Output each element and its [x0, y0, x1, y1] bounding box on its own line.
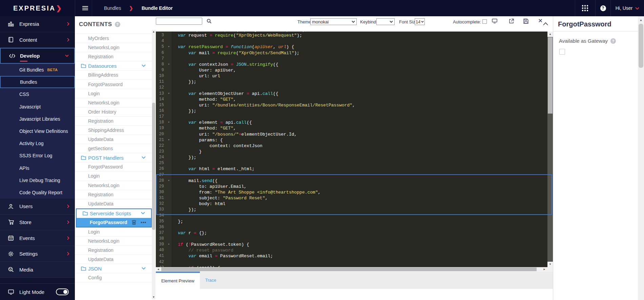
tree-folder-datasources[interactable]: Datasources [75, 61, 152, 71]
scroll-up-icon[interactable]: ▲ [638, 18, 644, 22]
sidebar-item-content[interactable]: Content [0, 32, 75, 48]
gateway-help-icon[interactable]: ? [610, 38, 616, 44]
sidebar-item-users[interactable]: Users [0, 199, 75, 215]
tree-item-forgotpassword[interactable]: ForgotPassword [75, 80, 152, 89]
tree-folder-json[interactable]: JSON [75, 264, 152, 273]
sidebar-item-javascript[interactable]: Javascript [0, 101, 75, 113]
sidebar-item-bundles[interactable]: Bundles [0, 76, 75, 88]
editor-vertical-scrollbar[interactable]: ▲ ▼ . [547, 32, 553, 272]
scroll-up-icon[interactable]: ▲ [152, 30, 155, 34]
tree-item-login[interactable]: Login [75, 89, 152, 98]
breadcrumb-bundles[interactable]: Bundles [104, 0, 121, 16]
tree-folder-post-handlers[interactable]: POST Handlers [75, 153, 152, 162]
contents-scrollbar[interactable]: ▲ ▼ [152, 30, 155, 299]
sidebar-item-events[interactable]: Events [0, 230, 75, 246]
scroll-down-icon[interactable]: ▼ [547, 262, 553, 267]
sidebar-item-apis[interactable]: APIs [0, 162, 75, 174]
font-size-select[interactable]: 14 [415, 18, 425, 25]
code-line: 32 body: html [156, 201, 547, 207]
collapse-panel-icon[interactable] [543, 22, 548, 25]
more-options-icon[interactable]: ••• [141, 220, 146, 225]
expresia-logo[interactable]: EXPRESIA❯ [0, 0, 75, 16]
tree-item-networkslogin[interactable]: NetworksLogin [75, 98, 152, 107]
tree-item-networkslogin[interactable]: NetworksLogin [75, 237, 152, 246]
open-external-icon[interactable] [509, 19, 514, 24]
tree-item-registration[interactable]: Registration [75, 117, 152, 126]
fold-arrow-icon[interactable]: ▾ [168, 178, 170, 184]
sidebar-item-develop[interactable]: Develop [0, 48, 75, 64]
contents-help-icon[interactable]: ? [115, 22, 120, 27]
line-number: 26 [156, 166, 171, 172]
scroll-left-icon[interactable]: ◄ [156, 268, 161, 271]
search-icon[interactable] [207, 19, 212, 24]
code-line: 30 from: "The Art Shoppe <info@theartsho… [156, 189, 547, 195]
scrollbar-thumb[interactable] [548, 37, 553, 114]
tree-item-updatedata[interactable]: UpdateData [75, 255, 152, 264]
sidebar-item-code-quality-report[interactable]: Code Quality Report [0, 186, 75, 199]
tree-item-login[interactable]: Login [75, 227, 152, 237]
fold-arrow-icon[interactable]: ▾ [168, 44, 170, 50]
scrollbar-thumb[interactable] [161, 267, 537, 271]
tree-item-updatedata[interactable]: UpdateData [75, 135, 152, 144]
help-icon[interactable]: ? [595, 0, 611, 16]
sidebar-item-ssjs-error-log[interactable]: SSJS Error Log [0, 149, 75, 162]
keybinds-select[interactable] [376, 18, 395, 25]
tree-item-networkslogin[interactable]: NetworksLogin [75, 43, 152, 52]
sidebar-item-expresia[interactable]: Expresia [0, 16, 75, 32]
sidebar-item-git-bundles[interactable]: Git BundlesBETA [0, 64, 75, 76]
tree-item-registration[interactable]: Registration [75, 246, 152, 255]
fold-arrow-icon[interactable]: ▾ [168, 62, 170, 67]
scroll-up-icon[interactable]: ▲ [547, 32, 553, 37]
tree-item-order-history[interactable]: Order History [75, 107, 152, 117]
tree-item-label: Registration [88, 192, 113, 197]
tree-item-forgotpassword[interactable]: ForgotPassword••• [77, 218, 151, 227]
editor-horizontal-scrollbar[interactable]: ◄ ► [156, 267, 547, 272]
close-icon[interactable]: ✕ [538, 17, 543, 24]
sidebar-item-store[interactable]: Store [0, 215, 75, 231]
editor-search-input[interactable] [156, 18, 202, 25]
gateway-checkbox[interactable] [559, 49, 565, 55]
sidebar-item-media[interactable]: Media [0, 262, 75, 278]
tree-item-forgotpassword[interactable]: ForgotPassword [75, 162, 152, 172]
tree-item-networkslogin[interactable]: NetworksLogin [75, 181, 152, 190]
app-launcher-grid-icon[interactable] [575, 0, 595, 16]
sidebar-item-object-view-definitions[interactable]: Object View Definitions [0, 125, 75, 137]
sidebar-item-css[interactable]: CSS [0, 88, 75, 100]
tab-element-preview[interactable]: Element Preview [156, 272, 200, 289]
scroll-down-icon[interactable]: ▼ [152, 295, 155, 299]
tree-item-billingaddress[interactable]: BillingAddress [75, 71, 152, 80]
tree-item-getsections[interactable]: getSections [75, 144, 152, 153]
hamburger-menu-icon[interactable] [78, 0, 92, 16]
fold-arrow-icon[interactable]: ▾ [168, 120, 170, 125]
theme-select[interactable]: monokai [310, 18, 357, 25]
tree-folder-serverside-scripts[interactable]: Serverside Scripts [77, 209, 151, 218]
fold-arrow-icon[interactable]: ▾ [168, 137, 170, 143]
scrollbar-thumb[interactable] [639, 24, 643, 68]
sidebar-item-javascript-libraries[interactable]: Javascript Libraries [0, 113, 75, 125]
autocomplete-checkbox[interactable] [482, 19, 487, 24]
code-editor[interactable]: 2var response = require("XprObjects/WebR… [156, 32, 547, 267]
fold-arrow-icon[interactable]: ▾ [168, 242, 170, 247]
sidebar-item-settings[interactable]: Settings [0, 246, 75, 262]
beta-badge: BETA [47, 68, 58, 72]
user-menu[interactable]: Hi, User [611, 0, 644, 16]
tree-item-login[interactable]: Login [75, 172, 152, 181]
tree-item-myorders[interactable]: MyOrders [75, 34, 152, 43]
sidebar-item-live-debug-tracing[interactable]: Live Debug Tracing [0, 174, 75, 186]
save-icon[interactable] [523, 19, 528, 24]
tree-item-config[interactable]: Config [75, 273, 152, 282]
tree-item-registration[interactable]: Registration [75, 190, 152, 199]
monitor-preview-icon[interactable] [492, 19, 497, 23]
tab-trace[interactable]: Trace [200, 272, 222, 289]
light-mode-toggle[interactable] [56, 288, 69, 295]
window-scrollbar[interactable]: ▲ [638, 16, 644, 300]
tree-item-shippingaddress[interactable]: ShippingAddress [75, 126, 152, 135]
tree-item-registration[interactable]: Registration [75, 52, 152, 61]
fold-arrow-icon[interactable]: ▾ [168, 91, 170, 97]
trash-icon[interactable] [132, 220, 136, 225]
sidebar-item-activity-log[interactable]: Activity Log [0, 137, 75, 149]
scroll-right-icon[interactable]: ► [542, 268, 547, 271]
scrollbar-thumb[interactable] [152, 103, 155, 230]
tree-item-updatedata[interactable]: UpdateData [75, 199, 152, 208]
tree-folder-label: JSON [75, 266, 102, 272]
